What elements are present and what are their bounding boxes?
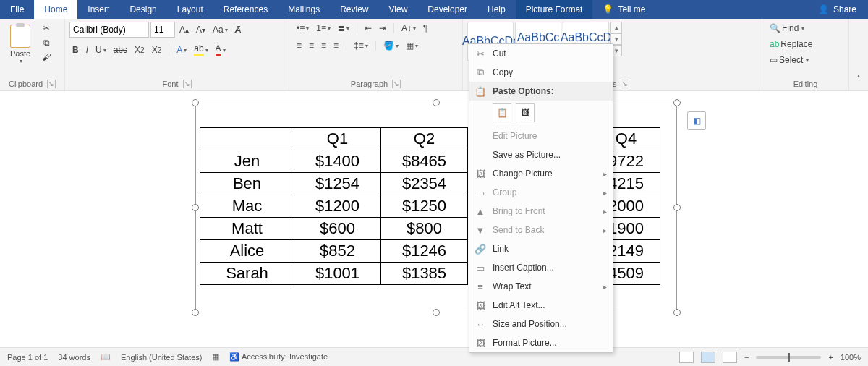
handle-tr[interactable] xyxy=(673,99,681,106)
strike-button[interactable]: abc xyxy=(111,43,130,56)
ctx-edit-alt-text[interactable]: 🖼Edit Alt Text... xyxy=(469,296,613,315)
line-spacing-button[interactable]: ‡≡ xyxy=(351,39,371,52)
table-row: Mac$1200$1250 xyxy=(200,195,468,218)
tell-me[interactable]: 💡 Tell me xyxy=(592,0,655,19)
paste-keep-source-button[interactable]: 📋 xyxy=(493,103,511,122)
font-name-input[interactable] xyxy=(69,22,149,38)
handle-br[interactable] xyxy=(673,309,681,316)
bold-button[interactable]: B xyxy=(69,43,82,56)
format-painter-button[interactable]: 🖌 xyxy=(39,51,54,64)
status-words[interactable]: 34 words xyxy=(58,353,90,362)
paste-button[interactable]: Paste xyxy=(4,22,36,66)
find-button[interactable]: 🔍Find xyxy=(767,22,807,35)
grow-font-button[interactable]: A▴ xyxy=(176,23,192,36)
share-label: Share xyxy=(833,4,856,14)
tab-help[interactable]: Help xyxy=(477,0,516,19)
status-language[interactable]: English (United States) xyxy=(121,353,203,362)
tab-developer[interactable]: View xyxy=(379,0,418,19)
change-case-button[interactable]: Aa xyxy=(210,23,231,36)
handle-l[interactable] xyxy=(192,204,199,211)
data-table-left: Q1 Q2 Jen$1400$8465 Ben$1254$2354 Mac$12… xyxy=(200,127,468,285)
decrease-indent-button[interactable]: ⇤ xyxy=(362,22,375,35)
clear-formatting-button[interactable]: A̸ xyxy=(232,23,244,36)
shading-button[interactable]: 🪣 xyxy=(380,39,401,52)
italic-button[interactable]: I xyxy=(83,43,91,56)
copy-button[interactable]: ⧉ xyxy=(39,36,54,49)
collapse-ribbon-button[interactable]: ˄ xyxy=(854,73,864,86)
shrink-font-button[interactable]: A▾ xyxy=(193,23,208,36)
ctx-copy[interactable]: ⧉Copy xyxy=(469,63,613,82)
justify-button[interactable]: ≡ xyxy=(331,39,341,52)
tab-layout[interactable]: Layout xyxy=(167,0,213,19)
increase-indent-button[interactable]: ⇥ xyxy=(376,22,389,35)
superscript-button[interactable]: X2 xyxy=(149,43,165,56)
font-launcher[interactable]: ↘ xyxy=(183,80,192,88)
font-color-button[interactable]: A xyxy=(213,42,229,58)
ctx-size-position[interactable]: ↔Size and Position... xyxy=(469,315,613,333)
text-effects-button[interactable]: A xyxy=(174,43,190,56)
zoom-level[interactable]: 100% xyxy=(841,353,861,362)
subscript-button[interactable]: X2 xyxy=(132,43,148,56)
tab-file[interactable]: File xyxy=(0,0,34,19)
cut-button[interactable]: ✂ xyxy=(39,22,54,35)
status-page[interactable]: Page 1 of 1 xyxy=(7,353,48,362)
tab-insert[interactable]: Insert xyxy=(77,0,119,19)
layout-options-button[interactable]: ◧ xyxy=(687,111,706,130)
ctx-cut[interactable]: ✂Cut xyxy=(469,44,613,63)
tab-design[interactable]: Design xyxy=(119,0,166,19)
view-read-button[interactable] xyxy=(679,352,694,363)
lightbulb-icon: 💡 xyxy=(603,4,613,14)
share-button[interactable]: 👤 Share xyxy=(818,4,868,14)
macro-icon[interactable]: ▦ xyxy=(212,352,219,362)
bullets-button[interactable]: •≡ xyxy=(294,22,312,35)
tab-references[interactable]: References xyxy=(213,0,278,19)
select-icon: ▭ xyxy=(770,55,778,65)
borders-button[interactable]: ▦ xyxy=(403,39,421,52)
paragraph-launcher[interactable]: ↘ xyxy=(392,80,401,88)
align-center-button[interactable]: ≡ xyxy=(306,39,317,52)
spellcheck-icon[interactable]: 📖 xyxy=(101,352,111,362)
view-print-button[interactable] xyxy=(701,352,715,363)
sort-button[interactable]: A↓ xyxy=(399,22,419,35)
clipboard-launcher[interactable]: ↘ xyxy=(47,80,56,88)
underline-button[interactable]: U xyxy=(93,43,109,56)
ctx-wrap-text[interactable]: ≡Wrap Text▸ xyxy=(469,277,613,296)
tab-home[interactable]: Home xyxy=(34,0,77,19)
styles-launcher[interactable]: ↘ xyxy=(621,80,629,88)
highlight-button[interactable]: ab xyxy=(191,42,210,58)
scissors-icon: ✂ xyxy=(43,23,50,33)
ctx-format-picture[interactable]: 🖼Format Picture... xyxy=(469,333,613,352)
multilevel-button[interactable]: ≣ xyxy=(335,22,352,35)
handle-t[interactable] xyxy=(433,99,440,106)
ctx-insert-caption[interactable]: ▭Insert Caption... xyxy=(469,258,613,277)
select-button[interactable]: ▭Select xyxy=(767,54,812,67)
font-size-input[interactable] xyxy=(150,22,175,38)
accessibility-button[interactable]: ♿ Accessibility: Investigate xyxy=(229,352,328,362)
select-label: Select xyxy=(779,55,803,65)
replace-button[interactable]: abReplace xyxy=(767,38,815,51)
show-marks-button[interactable]: ¶ xyxy=(420,22,430,35)
handle-tl[interactable] xyxy=(192,99,199,106)
zoom-slider[interactable] xyxy=(756,356,821,359)
ctx-change-picture[interactable]: 🖼Change Picture▸ xyxy=(469,164,613,183)
zoom-in-button[interactable]: + xyxy=(828,353,833,362)
handle-b[interactable] xyxy=(433,309,440,316)
ctx-link[interactable]: 🔗Link xyxy=(469,239,613,258)
tab-mailings[interactable]: Mailings xyxy=(278,0,330,19)
paste-picture-button[interactable]: 🖼 xyxy=(516,103,535,122)
numbering-button[interactable]: 1≡ xyxy=(313,22,333,35)
zoom-thumb[interactable] xyxy=(788,353,790,362)
eraser-icon: A̸ xyxy=(235,25,241,35)
handle-bl[interactable] xyxy=(192,309,199,316)
handle-r[interactable] xyxy=(673,204,681,211)
tab-review[interactable]: Review xyxy=(330,0,378,19)
tab-picture-format[interactable]: Picture Format xyxy=(516,0,593,19)
ctx-save-as-picture[interactable]: Save as Picture... xyxy=(469,145,613,164)
numbering-icon: 1≡ xyxy=(316,23,326,33)
document-area[interactable]: ◧ Q1 Q2 Jen$1400$8465 Ben$1254$2354 Mac$… xyxy=(0,91,868,347)
view-web-button[interactable] xyxy=(723,352,737,363)
align-left-button[interactable]: ≡ xyxy=(294,39,305,52)
zoom-out-button[interactable]: − xyxy=(744,353,749,362)
align-right-button[interactable]: ≡ xyxy=(318,39,329,52)
tab-developer[interactable]: Developer xyxy=(417,0,477,19)
